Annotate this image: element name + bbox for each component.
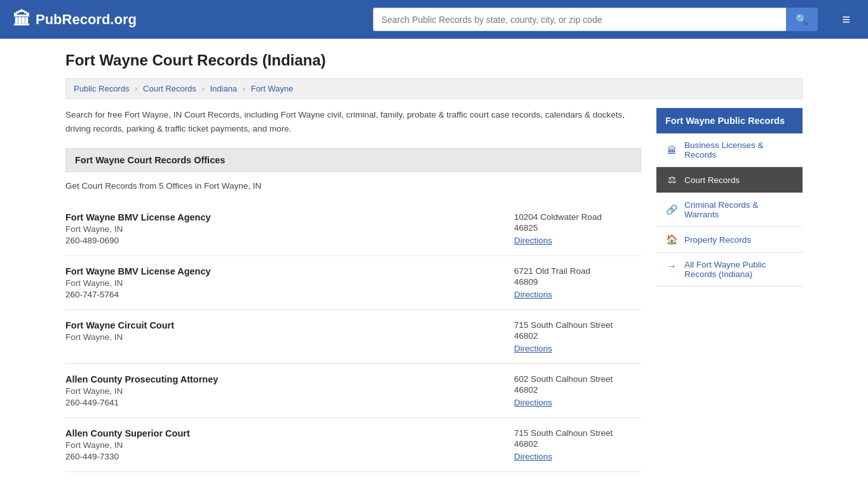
office-right-4: 602 South Calhoun Street 46802 Direction… [514, 374, 641, 407]
office-zip: 46802 [514, 385, 641, 395]
breadcrumb-court-records[interactable]: Court Records [143, 84, 196, 93]
offices-count: Get Court Records from 5 Offices in Fort… [65, 181, 641, 191]
sidebar-item-court[interactable]: ⚖ Court Records [656, 167, 803, 193]
office-name: Fort Wayne Circuit Court [65, 320, 501, 330]
office-right-5: 715 South Calhoun Street 46802 Direction… [514, 428, 641, 461]
office-name: Allen County Superior Court [65, 428, 501, 438]
directions-link[interactable]: Directions [514, 398, 552, 407]
header: 🏛 PubRecord.org 🔍 ≡ [0, 0, 868, 39]
office-city: Fort Wayne, IN [65, 278, 501, 288]
office-right-1: 10204 Coldwater Road 46825 Directions [514, 212, 641, 245]
sidebar-item-label: Business Licenses & Records [684, 140, 794, 159]
table-row: Allen County Prosecuting Attorney Fort W… [65, 364, 641, 418]
table-row: Fort Wayne BMV License Agency Fort Wayne… [65, 256, 641, 310]
office-city: Fort Wayne, IN [65, 332, 501, 342]
office-left-1: Fort Wayne BMV License Agency Fort Wayne… [65, 212, 501, 245]
sidebar-item-label: Court Records [684, 175, 740, 185]
logo-icon: 🏛 [13, 9, 31, 30]
menu-button[interactable]: ≡ [837, 9, 855, 30]
office-address: 715 South Calhoun Street [514, 428, 641, 438]
sidebar-item-label: Criminal Records & Warrants [684, 200, 794, 219]
office-name: Fort Wayne BMV License Agency [65, 266, 501, 276]
office-address: 602 South Calhoun Street [514, 374, 641, 384]
breadcrumb-sep-2: › [201, 84, 204, 93]
directions-link[interactable]: Directions [514, 290, 552, 299]
office-address: 715 South Calhoun Street [514, 320, 641, 330]
breadcrumb-indiana[interactable]: Indiana [210, 84, 237, 93]
office-zip: 46825 [514, 223, 641, 233]
sidebar-item-criminal[interactable]: 🔗 Criminal Records & Warrants [656, 193, 803, 227]
directions-link[interactable]: Directions [514, 236, 552, 245]
office-left-2: Fort Wayne BMV License Agency Fort Wayne… [65, 266, 501, 299]
office-city: Fort Wayne, IN [65, 440, 501, 450]
directions-link[interactable]: Directions [514, 344, 552, 353]
search-bar: 🔍 [373, 8, 818, 31]
directions-link[interactable]: Directions [514, 452, 552, 461]
sidebar-item-label: Property Records [684, 235, 751, 245]
office-right-2: 6721 Old Trail Road 46809 Directions [514, 266, 641, 299]
search-icon: 🔍 [796, 14, 808, 25]
table-row: Fort Wayne BMV License Agency Fort Wayne… [65, 202, 641, 256]
criminal-icon: 🔗 [665, 204, 678, 215]
office-left-3: Fort Wayne Circuit Court Fort Wayne, IN [65, 320, 501, 344]
office-left-5: Allen County Superior Court Fort Wayne, … [65, 428, 501, 461]
office-phone: 260-449-7641 [65, 398, 501, 407]
main-container: Fort Wayne Court Records (Indiana) Publi… [53, 39, 815, 485]
court-icon: ⚖ [665, 174, 678, 186]
office-city: Fort Wayne, IN [65, 224, 501, 234]
arrow-icon: → [665, 261, 678, 271]
office-name: Fort Wayne BMV License Agency [65, 212, 501, 222]
table-row: Fort Wayne Circuit Court Fort Wayne, IN … [65, 310, 641, 364]
office-left-4: Allen County Prosecuting Attorney Fort W… [65, 374, 501, 407]
office-name: Allen County Prosecuting Attorney [65, 374, 501, 384]
logo-text: PubRecord.org [36, 11, 137, 28]
search-button[interactable]: 🔍 [786, 8, 818, 31]
sidebar-item-property[interactable]: 🏠 Property Records [656, 227, 803, 253]
office-phone: 260-747-5764 [65, 290, 501, 299]
sidebar-item-all[interactable]: → All Fort Wayne Public Records (Indiana… [656, 253, 803, 287]
page-title: Fort Wayne Court Records (Indiana) [65, 51, 803, 69]
breadcrumb-sep-3: › [243, 84, 245, 93]
logo[interactable]: 🏛 PubRecord.org [13, 9, 137, 30]
office-zip: 46809 [514, 277, 641, 287]
sidebar-item-business[interactable]: 🏛 Business Licenses & Records [656, 133, 803, 167]
breadcrumb-fort-wayne[interactable]: Fort Wayne [251, 84, 294, 93]
office-zip: 46802 [514, 439, 641, 449]
sidebar: Fort Wayne Public Records 🏛 Business Lic… [656, 108, 803, 472]
office-zip: 46802 [514, 331, 641, 341]
breadcrumb-public-records[interactable]: Public Records [74, 84, 129, 93]
layout: Search for free Fort Wayne, IN Court Rec… [65, 108, 803, 472]
breadcrumb-sep-1: › [135, 84, 137, 93]
table-row: Allen County Superior Court Fort Wayne, … [65, 418, 641, 472]
office-address: 6721 Old Trail Road [514, 266, 641, 276]
business-icon: 🏛 [665, 145, 678, 156]
breadcrumb: Public Records › Court Records › Indiana… [65, 78, 803, 99]
menu-icon: ≡ [842, 11, 850, 27]
sidebar-all-label: All Fort Wayne Public Records (Indiana) [684, 260, 794, 279]
property-icon: 🏠 [665, 234, 678, 245]
office-list: Fort Wayne BMV License Agency Fort Wayne… [65, 202, 641, 472]
intro-text: Search for free Fort Wayne, IN Court Rec… [65, 108, 641, 135]
section-heading: Fort Wayne Court Records Offices [65, 148, 641, 172]
office-phone: 260-449-7330 [65, 452, 501, 461]
sidebar-title: Fort Wayne Public Records [656, 108, 803, 133]
office-address: 10204 Coldwater Road [514, 212, 641, 222]
search-input[interactable] [373, 8, 786, 31]
office-city: Fort Wayne, IN [65, 386, 501, 396]
office-right-3: 715 South Calhoun Street 46802 Direction… [514, 320, 641, 353]
content-area: Search for free Fort Wayne, IN Court Rec… [65, 108, 641, 472]
office-phone: 260-489-0690 [65, 236, 501, 245]
